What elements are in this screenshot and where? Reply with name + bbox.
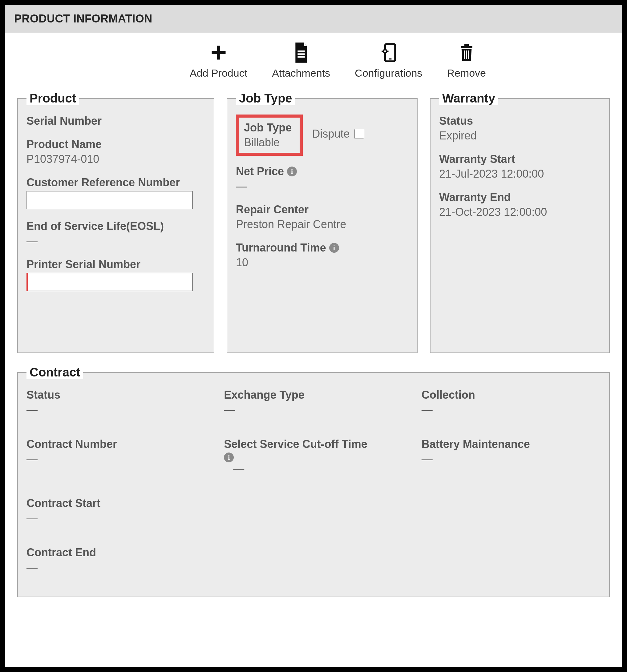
contract-status-field: Status — bbox=[26, 388, 205, 416]
configurations-button[interactable]: Configurations bbox=[355, 42, 422, 79]
serial-number-label: Serial Number bbox=[26, 115, 205, 127]
svg-rect-1 bbox=[298, 53, 305, 55]
customer-ref-label: Customer Reference Number bbox=[26, 176, 205, 189]
product-legend: Product bbox=[26, 91, 79, 105]
warranty-end-value: 21-Oct-2023 12:00:00 bbox=[439, 206, 601, 219]
svg-rect-15 bbox=[468, 50, 469, 59]
dispute-checkbox[interactable] bbox=[354, 129, 364, 139]
battery-value: — bbox=[422, 453, 601, 465]
serial-number-field: Serial Number bbox=[26, 115, 205, 127]
net-price-field: Net Price i — bbox=[236, 165, 408, 193]
net-price-label-text: Net Price bbox=[236, 165, 284, 178]
battery-label: Battery Maintenance bbox=[422, 438, 601, 451]
attachments-label: Attachments bbox=[272, 67, 330, 79]
contract-number-label: Contract Number bbox=[26, 438, 205, 451]
product-name-field: Product Name P1037974-010 bbox=[26, 138, 205, 166]
svg-rect-13 bbox=[464, 50, 465, 59]
svg-rect-8 bbox=[384, 53, 386, 55]
svg-rect-0 bbox=[298, 50, 305, 52]
turnaround-label: Turnaround Time i bbox=[236, 241, 408, 254]
cutoff-value: — bbox=[233, 462, 403, 475]
add-product-button[interactable]: Add Product bbox=[190, 42, 247, 79]
warranty-start-label: Warranty Start bbox=[439, 153, 601, 166]
turnaround-value: 10 bbox=[236, 256, 408, 269]
info-icon[interactable]: i bbox=[329, 243, 339, 253]
contract-status-value: — bbox=[26, 403, 205, 416]
info-icon[interactable]: i bbox=[224, 453, 234, 462]
exchange-type-value: — bbox=[224, 403, 403, 416]
repair-center-field: Repair Center Preston Repair Centre bbox=[236, 203, 408, 231]
net-price-value: — bbox=[236, 180, 408, 193]
warranty-end-field: Warranty End 21-Oct-2023 12:00:00 bbox=[439, 191, 601, 219]
warranty-start-value: 21-Jul-2023 12:00:00 bbox=[439, 167, 601, 181]
panels-row: Product Serial Number Product Name P1037… bbox=[17, 91, 610, 353]
turnaround-field: Turnaround Time i 10 bbox=[236, 241, 408, 269]
svg-rect-12 bbox=[464, 44, 469, 46]
eosl-field: End of Service Life(EOSL) — bbox=[26, 220, 205, 247]
configurations-label: Configurations bbox=[355, 67, 422, 79]
warranty-legend: Warranty bbox=[439, 91, 498, 105]
svg-rect-2 bbox=[298, 56, 305, 58]
svg-rect-14 bbox=[466, 50, 467, 59]
action-toolbar: Add Product Attachments Configurations R… bbox=[17, 42, 610, 79]
warranty-start-field: Warranty Start 21-Jul-2023 12:00:00 bbox=[439, 153, 601, 181]
svg-rect-9 bbox=[381, 50, 383, 52]
customer-ref-field: Customer Reference Number bbox=[26, 176, 205, 209]
contract-grid: Status — Exchange Type — Collection — Co… bbox=[26, 388, 601, 584]
contract-start-value: — bbox=[26, 512, 205, 525]
content-area: Add Product Attachments Configurations R… bbox=[5, 33, 622, 616]
document-icon bbox=[291, 42, 312, 64]
printer-serial-input[interactable] bbox=[26, 273, 193, 291]
eosl-label: End of Service Life(EOSL) bbox=[26, 220, 205, 233]
warranty-panel: Warranty Status Expired Warranty Start 2… bbox=[430, 91, 610, 353]
section-header: PRODUCT INFORMATION bbox=[5, 5, 622, 33]
svg-point-6 bbox=[384, 50, 386, 52]
jobtype-row: Job Type Billable Dispute bbox=[236, 115, 408, 156]
jobtype-panel: Job Type Job Type Billable Dispute Net P… bbox=[227, 91, 418, 353]
jobtype-legend: Job Type bbox=[236, 91, 295, 105]
exchange-type-field: Exchange Type — bbox=[224, 388, 403, 416]
contract-number-value: — bbox=[26, 453, 205, 465]
contract-end-value: — bbox=[26, 561, 205, 574]
exchange-type-label: Exchange Type bbox=[224, 388, 403, 402]
contract-legend: Contract bbox=[26, 365, 83, 379]
eosl-value: — bbox=[26, 235, 205, 247]
trash-icon bbox=[456, 42, 477, 64]
warranty-end-label: Warranty End bbox=[439, 191, 601, 204]
job-type-label: Job Type bbox=[244, 121, 292, 134]
collection-label: Collection bbox=[422, 388, 601, 402]
attachments-button[interactable]: Attachments bbox=[272, 42, 330, 79]
svg-rect-4 bbox=[389, 58, 391, 60]
info-icon[interactable]: i bbox=[287, 167, 297, 176]
net-price-label: Net Price i bbox=[236, 165, 408, 178]
window-frame: PRODUCT INFORMATION Add Product Attachme… bbox=[0, 0, 627, 672]
warranty-status-label: Status bbox=[439, 115, 601, 127]
customer-ref-input[interactable] bbox=[26, 191, 193, 209]
remove-button[interactable]: Remove bbox=[447, 42, 486, 79]
job-type-value: Billable bbox=[244, 136, 292, 149]
svg-rect-11 bbox=[461, 46, 472, 48]
contract-panel: Contract Status — Exchange Type — Collec… bbox=[17, 365, 610, 597]
contract-number-field: Contract Number — bbox=[26, 438, 205, 475]
svg-rect-10 bbox=[387, 50, 389, 52]
product-name-label: Product Name bbox=[26, 138, 205, 151]
battery-field: Battery Maintenance — bbox=[422, 438, 601, 475]
cutoff-field: Select Service Cut-off Time i — bbox=[224, 438, 403, 475]
cutoff-label-text: Select Service Cut-off Time bbox=[224, 438, 367, 451]
printer-serial-field: Printer Serial Number bbox=[26, 258, 205, 291]
collection-field: Collection — bbox=[422, 388, 601, 416]
warranty-status-field: Status Expired bbox=[439, 115, 601, 142]
product-panel: Product Serial Number Product Name P1037… bbox=[17, 91, 214, 353]
contract-status-label: Status bbox=[26, 388, 205, 402]
remove-label: Remove bbox=[447, 67, 486, 79]
phone-gear-icon bbox=[378, 42, 399, 64]
collection-value: — bbox=[422, 403, 601, 416]
contract-start-label: Contract Start bbox=[26, 497, 205, 510]
cutoff-label: Select Service Cut-off Time bbox=[224, 438, 403, 451]
contract-end-label: Contract End bbox=[26, 546, 205, 559]
contract-start-field: Contract Start — bbox=[26, 497, 205, 525]
dispute-field[interactable]: Dispute bbox=[312, 127, 365, 140]
add-product-label: Add Product bbox=[190, 67, 247, 79]
svg-rect-7 bbox=[384, 48, 386, 49]
contract-end-field: Contract End — bbox=[26, 546, 205, 574]
